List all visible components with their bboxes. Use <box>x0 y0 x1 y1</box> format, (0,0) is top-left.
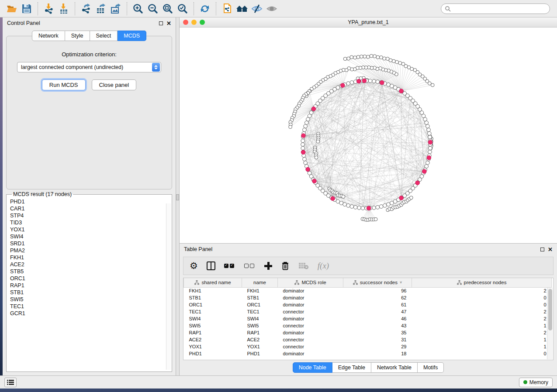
network-node[interactable] <box>380 56 383 59</box>
cell-shared-name[interactable]: YOX1 <box>184 343 242 350</box>
cell-successor-nodes[interactable]: 29 <box>343 343 412 350</box>
table-row[interactable]: TEC1TEC1connector472 <box>184 308 552 315</box>
dominator-node[interactable] <box>312 179 317 183</box>
cell-name[interactable]: RAP1 <box>242 329 278 336</box>
network-node[interactable] <box>353 56 357 59</box>
dominator-node[interactable] <box>306 167 310 172</box>
cell-successor-nodes[interactable]: 62 <box>343 294 412 301</box>
network-node[interactable] <box>339 201 343 205</box>
network-node[interactable] <box>356 55 360 59</box>
cell-shared-name[interactable]: ACE2 <box>184 336 242 343</box>
network-node[interactable] <box>361 206 365 210</box>
network-node[interactable] <box>374 217 377 221</box>
tab-style[interactable]: Style <box>65 31 90 41</box>
network-node[interactable] <box>346 82 350 86</box>
dominator-node[interactable] <box>311 107 316 111</box>
network-node[interactable] <box>305 121 309 125</box>
tab-network[interactable]: Network <box>32 31 65 41</box>
mcds-result-item[interactable]: CAR1 <box>9 205 172 212</box>
cell-name[interactable]: ORC1 <box>242 301 278 308</box>
network-node[interactable] <box>386 57 389 61</box>
dominator-node[interactable] <box>380 81 384 85</box>
mcds-result-item[interactable]: RAP1 <box>9 282 172 289</box>
cell-predecessor-nodes[interactable]: 2 <box>412 329 552 336</box>
network-node[interactable] <box>383 57 386 60</box>
network-node[interactable] <box>301 139 305 143</box>
table-row[interactable]: ACE2ACE2connector311 <box>184 336 552 343</box>
network-node[interactable] <box>427 131 431 135</box>
network-node[interactable] <box>346 204 350 208</box>
dominator-node[interactable] <box>422 169 427 174</box>
cell-shared-name[interactable]: ORC1 <box>184 301 242 308</box>
cell-name[interactable]: YOX1 <box>242 343 278 350</box>
tab-network-table[interactable]: Network Table <box>371 362 418 373</box>
cell-shared-name[interactable]: RAP1 <box>184 329 242 336</box>
cell-MCDS-role[interactable]: dominator <box>278 329 343 336</box>
network-node[interactable] <box>304 124 308 128</box>
zoom-selected-button[interactable] <box>175 2 190 16</box>
column-header-MCDS-role[interactable]: MCDS role <box>278 278 343 287</box>
network-node[interactable] <box>373 55 377 58</box>
column-header-successor-nodes[interactable]: successor nodes˅ <box>343 278 412 287</box>
network-node[interactable] <box>425 165 429 168</box>
close-panel-icon[interactable]: ✕ <box>166 21 171 26</box>
cell-MCDS-role[interactable]: dominator <box>278 301 343 308</box>
float-panel-icon[interactable] <box>159 21 163 25</box>
mcds-result-item[interactable]: YOX1 <box>9 226 172 233</box>
mcds-result-item[interactable]: PHD1 <box>9 198 172 205</box>
search-input[interactable] <box>451 6 546 12</box>
cell-successor-nodes[interactable]: 61 <box>343 301 412 308</box>
cell-predecessor-nodes[interactable]: 2 <box>412 308 552 315</box>
network-node[interactable] <box>428 150 432 154</box>
cell-name[interactable]: STB1 <box>242 294 278 301</box>
cell-MCDS-role[interactable]: connector <box>278 336 343 343</box>
network-node[interactable] <box>392 59 395 63</box>
cell-name[interactable]: SWI4 <box>242 315 278 322</box>
dominator-node[interactable] <box>356 79 361 83</box>
tab-select[interactable]: Select <box>90 31 118 41</box>
network-node[interactable] <box>366 55 370 58</box>
memory-button[interactable]: Memory <box>519 378 553 387</box>
dominator-node[interactable] <box>331 196 335 201</box>
network-node[interactable] <box>353 205 357 209</box>
network-node[interactable] <box>306 117 310 121</box>
table-settings-gear-icon[interactable]: ⚙ <box>190 260 198 272</box>
add-column-icon[interactable] <box>264 260 272 272</box>
network-node[interactable] <box>379 205 383 209</box>
mcds-result-item[interactable]: STB5 <box>9 268 172 275</box>
network-node[interactable] <box>398 61 402 65</box>
network-node[interactable] <box>387 203 391 206</box>
close-panel-button[interactable]: Close panel <box>92 79 137 90</box>
run-mcds-button[interactable]: Run MCDS <box>42 79 86 90</box>
hide-graphics-details-button[interactable] <box>249 2 264 16</box>
optimization-criterion-select[interactable]: largest connected component (undirected) <box>17 62 161 72</box>
panel-splitter[interactable] <box>176 17 180 375</box>
task-history-button[interactable] <box>4 378 17 387</box>
network-canvas[interactable] <box>180 28 557 243</box>
network-node[interactable] <box>303 128 307 132</box>
network-node[interactable] <box>342 195 345 199</box>
network-node[interactable] <box>304 161 308 165</box>
dominator-node[interactable] <box>428 140 432 144</box>
deselect-all-icon[interactable] <box>244 260 256 272</box>
cell-successor-nodes[interactable]: 46 <box>343 315 412 322</box>
network-node[interactable] <box>427 128 431 132</box>
splitter-grip[interactable] <box>176 194 179 200</box>
cell-successor-nodes[interactable]: 18 <box>343 350 412 357</box>
tab-motifs[interactable]: Motifs <box>418 362 444 373</box>
dominator-node[interactable] <box>301 150 305 155</box>
dominator-node[interactable] <box>367 206 371 210</box>
cell-successor-nodes[interactable]: 96 <box>343 287 412 294</box>
refresh-button[interactable] <box>197 2 212 16</box>
network-node[interactable] <box>289 125 292 129</box>
minimize-window-traffic-light[interactable] <box>191 20 197 25</box>
mcds-result-item[interactable]: FKH1 <box>9 254 172 261</box>
zoom-fit-button[interactable] <box>160 2 175 16</box>
mcds-result-item[interactable]: SWI5 <box>9 296 172 303</box>
table-scrollbar[interactable] <box>547 288 553 359</box>
mcds-result-item[interactable]: SRD1 <box>9 240 172 247</box>
table-row[interactable]: SWI4SWI4dominator462 <box>184 315 552 322</box>
network-node[interactable] <box>360 55 363 58</box>
float-table-panel-icon[interactable] <box>540 248 544 251</box>
cell-shared-name[interactable]: SWI4 <box>184 315 242 322</box>
